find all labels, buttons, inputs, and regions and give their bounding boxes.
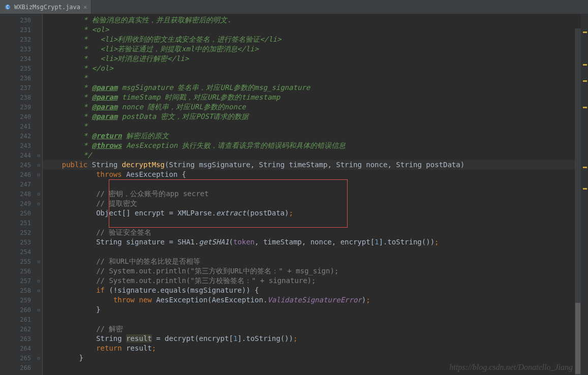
code-line[interactable]: * @throws AesException 执行失败，请查看该异常的错误码和具… — [43, 141, 581, 150]
line-number: 263 — [20, 335, 31, 342]
code-line[interactable]: * <li>对消息进行解密</li> — [43, 54, 581, 64]
line-number: 254 — [20, 248, 31, 256]
editor-tab[interactable]: C WXBizMsgCrypt.java × — [0, 0, 91, 14]
gutter-line: 242 — [0, 131, 42, 141]
code-area[interactable]: * 检验消息的真实性，并且获取解密后的明文. * <ol> * <li>利用收到… — [43, 14, 581, 375]
error-stripe-marker[interactable] — [583, 167, 587, 168]
line-number: 261 — [20, 316, 31, 323]
fold-icon[interactable]: ⊟ — [38, 307, 40, 312]
gutter-line: 243 — [0, 141, 42, 150]
error-stripe-marker[interactable] — [583, 188, 587, 190]
code-line[interactable]: * @return 解密后的原文 — [43, 131, 581, 141]
code-line[interactable]: Object[] encrypt = XMLParse.extract(post… — [43, 208, 581, 218]
line-number: 245 — [20, 162, 31, 169]
gutter-line: 258⊟ — [0, 286, 42, 295]
fold-icon[interactable]: ⊟ — [38, 172, 40, 177]
close-icon[interactable]: × — [83, 4, 87, 11]
fold-icon[interactable]: ⊟ — [38, 288, 40, 293]
fold-icon[interactable]: ⊟ — [38, 278, 40, 284]
line-number: 262 — [20, 326, 31, 333]
code-line[interactable]: * — [43, 121, 581, 131]
code-line[interactable]: * <li>利用收到的密文生成安全签名，进行签名验证</li> — [43, 35, 581, 44]
error-stripe-marker[interactable] — [583, 107, 587, 108]
line-number: 234 — [20, 55, 31, 63]
code-line[interactable]: return result; — [43, 343, 581, 353]
line-number: 260 — [20, 306, 31, 314]
gutter-line: 250 — [0, 208, 42, 218]
code-line[interactable]: * @param postData 密文，对应POST请求的数据 — [43, 112, 581, 121]
code-line[interactable]: * </ol> — [43, 64, 581, 73]
code-line[interactable]: // System.out.println("第三方校验签名：" + signa… — [43, 276, 581, 286]
code-line[interactable]: // 解密 — [43, 324, 581, 334]
gutter-line: 256 — [0, 266, 42, 276]
code-line[interactable]: // 验证安全签名 — [43, 228, 581, 237]
code-line[interactable]: * <li>若验证通过，则提取xml中的加密消息</li> — [43, 44, 581, 54]
code-line[interactable]: * @param timeStamp 时间戳，对应URL参数的timestamp — [43, 92, 581, 102]
error-stripe-marker[interactable] — [583, 64, 587, 66]
gutter-line: 262 — [0, 324, 42, 334]
line-number: 242 — [20, 133, 31, 140]
line-number: 264 — [20, 345, 31, 352]
gutter-line: 246⊟ — [0, 170, 42, 179]
code-line[interactable]: * <ol> — [43, 25, 581, 35]
java-file-icon: C — [4, 4, 11, 11]
fold-icon[interactable]: ⊟ — [38, 356, 40, 361]
line-number: 233 — [20, 46, 31, 53]
code-line[interactable]: * — [43, 73, 581, 83]
code-line[interactable]: // 提取密文 — [43, 199, 581, 208]
code-line[interactable]: * @param msgSignature 签名串，对应URL参数的msg_si… — [43, 83, 581, 92]
fold-icon[interactable]: ⊟ — [38, 153, 40, 158]
code-line[interactable]: // 和URL中的签名比较是否相等 — [43, 257, 581, 266]
gutter-line: 234 — [0, 54, 42, 64]
code-line[interactable]: * @param nonce 随机串，对应URL参数的nonce — [43, 102, 581, 112]
line-number: 252 — [20, 229, 31, 236]
code-line[interactable] — [43, 315, 581, 324]
code-line[interactable]: } — [43, 305, 581, 315]
code-line[interactable]: String signature = SHA1.getSHA1(token, t… — [43, 237, 581, 247]
gutter-line: 257⊟ — [0, 276, 42, 286]
line-number: 265 — [20, 355, 31, 362]
gutter-line: 252 — [0, 228, 42, 237]
code-line[interactable] — [43, 179, 581, 189]
code-line[interactable]: * 检验消息的真实性，并且获取解密后的明文. — [43, 15, 581, 25]
line-number: 238 — [20, 94, 31, 101]
fold-icon[interactable]: ⊟ — [38, 259, 40, 264]
fold-icon[interactable]: ⊟ — [38, 163, 40, 168]
code-line[interactable] — [43, 247, 581, 257]
code-line[interactable] — [43, 218, 581, 228]
scrollbar-thumb[interactable] — [575, 303, 580, 374]
code-line[interactable]: String result = decrypt(encrypt[1].toStr… — [43, 334, 581, 343]
fold-icon[interactable]: ⊟ — [38, 192, 40, 197]
code-line[interactable] — [43, 363, 581, 372]
gutter-line: 233 — [0, 44, 42, 54]
line-number: 266 — [20, 364, 31, 371]
gutter-line: 240 — [0, 112, 42, 121]
gutter-line: 244⊟ — [0, 150, 42, 160]
line-number: 231 — [20, 26, 31, 34]
vertical-scrollbar[interactable] — [575, 28, 581, 375]
code-line[interactable]: throw new AesException(AesException.Vali… — [43, 295, 581, 305]
code-line[interactable]: // 密钥，公众账号的app secret — [43, 189, 581, 199]
gutter-line: 266 — [0, 363, 42, 372]
code-line[interactable]: */ — [43, 150, 581, 160]
line-number-gutter: 2302312322332342352362372382392402412422… — [0, 14, 43, 375]
fold-icon[interactable]: ⊟ — [38, 201, 40, 206]
gutter-line: 265⊟ — [0, 353, 42, 363]
error-stripe[interactable] — [581, 14, 588, 375]
line-number: 258 — [20, 287, 31, 294]
code-line[interactable]: if (!signature.equals(msgSignature)) { — [43, 286, 581, 295]
line-number: 237 — [20, 84, 31, 91]
code-line[interactable]: public String decryptMsg(String msgSigna… — [43, 160, 581, 170]
error-stripe-marker[interactable] — [583, 80, 587, 82]
code-line[interactable]: } — [43, 353, 581, 363]
code-line[interactable]: // System.out.println("第三方收到URL中的签名：" + … — [43, 266, 581, 276]
gutter-line: 241 — [0, 121, 42, 131]
line-number: 243 — [20, 142, 31, 149]
code-line[interactable]: throws AesException { — [43, 170, 581, 179]
error-stripe-marker[interactable] — [583, 32, 587, 33]
line-number: 257 — [20, 277, 31, 285]
editor-area: 2302312322332342352362372382392402412422… — [0, 14, 588, 375]
gutter-line: 236 — [0, 73, 42, 83]
line-number: 250 — [20, 210, 31, 217]
line-number: 253 — [20, 239, 31, 246]
